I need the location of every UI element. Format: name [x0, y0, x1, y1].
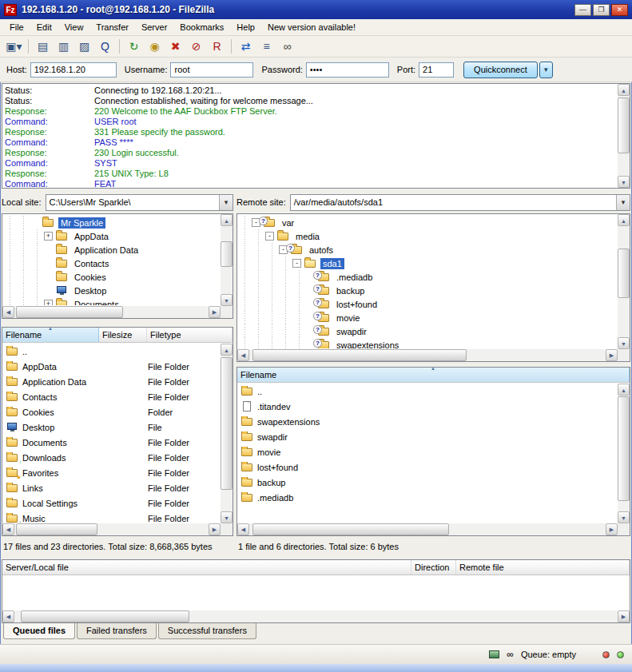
- directory-compare-button[interactable]: ⇄: [236, 38, 256, 56]
- file-row-cookies[interactable]: CookiesFolder: [3, 404, 220, 420]
- column-header-remote-file[interactable]: Remote file: [456, 560, 630, 575]
- scrollbar-thumb[interactable]: [618, 249, 630, 299]
- scrollbar-thumb[interactable]: [618, 97, 630, 153]
- username-input[interactable]: [170, 62, 253, 78]
- local-list-vertical-scrollbar[interactable]: [221, 344, 233, 523]
- scroll-left-button[interactable]: [2, 306, 14, 318]
- minimize-button[interactable]: —: [574, 4, 591, 16]
- scrollbar-track[interactable]: [14, 306, 209, 318]
- column-header-filesize[interactable]: Filesize: [99, 328, 147, 342]
- column-header-filename[interactable]: Filename: [237, 368, 630, 382]
- tab-failed-transfers[interactable]: Failed transfers: [77, 623, 157, 639]
- disconnect-button[interactable]: ⊘: [186, 38, 206, 56]
- tree-item-cookies[interactable]: Cookies: [3, 270, 220, 284]
- scroll-down-button[interactable]: [221, 511, 233, 523]
- scrollbar-track[interactable]: [618, 396, 630, 511]
- file-row-parent-dir[interactable]: ..: [238, 384, 617, 399]
- tree-item-desktop[interactable]: Desktop: [3, 284, 220, 297]
- toggle-queue-button[interactable]: Q: [95, 38, 115, 56]
- tree-item-application-data[interactable]: Application Data: [3, 243, 220, 256]
- column-header-server-local-file[interactable]: Server/Local file: [2, 560, 411, 575]
- local-list-horizontal-scrollbar[interactable]: [2, 523, 221, 535]
- scroll-right-button[interactable]: [209, 523, 221, 535]
- scrollbar-track[interactable]: [221, 356, 233, 511]
- menu-bookmarks[interactable]: Bookmarks: [173, 20, 230, 34]
- close-button[interactable]: ✕: [611, 4, 628, 16]
- host-input[interactable]: [30, 62, 117, 78]
- toggle-local-tree-button[interactable]: ▥: [54, 38, 74, 56]
- title-bar[interactable]: Fz 192.168.1.20 - root@192.168.1.20 - Fi…: [0, 0, 632, 19]
- dropdown-arrow-icon[interactable]: [616, 195, 630, 210]
- scrollbar-thumb[interactable]: [21, 610, 189, 622]
- remote-list-horizontal-scrollbar[interactable]: [237, 523, 618, 535]
- file-row-documents[interactable]: DocumentsFile Folder: [3, 435, 220, 450]
- file-row-downloads[interactable]: DownloadsFile Folder: [3, 450, 220, 465]
- scroll-right-button[interactable]: [618, 610, 630, 622]
- remote-tree-horizontal-scrollbar[interactable]: [237, 349, 618, 361]
- column-header-direction[interactable]: Direction: [411, 560, 456, 575]
- quickconnect-button[interactable]: Quickconnect: [463, 62, 538, 78]
- toggle-remote-tree-button[interactable]: ▨: [74, 38, 94, 56]
- scroll-left-button[interactable]: [2, 523, 14, 535]
- tree-item-swapdir[interactable]: swapdir: [238, 324, 617, 338]
- expand-toggle[interactable]: +: [44, 232, 53, 241]
- scroll-up-button[interactable]: [618, 214, 630, 226]
- scrollbar-track[interactable]: [14, 523, 209, 535]
- tree-item-sda1[interactable]: -sda1: [238, 256, 617, 270]
- tree-item-mr-sparkle[interactable]: Mr Sparkle: [3, 216, 220, 229]
- file-row-swapdir[interactable]: swapdir: [238, 429, 617, 444]
- scroll-left-button[interactable]: [237, 523, 249, 535]
- scrollbar-thumb[interactable]: [221, 241, 233, 267]
- menu-transfer[interactable]: Transfer: [89, 20, 135, 34]
- scrollbar-thumb[interactable]: [252, 349, 467, 361]
- reconnect-button[interactable]: R: [207, 38, 227, 56]
- remote-site-combo[interactable]: /var/media/autofs/sda1: [290, 194, 630, 211]
- scroll-down-button[interactable]: [618, 337, 630, 349]
- port-input[interactable]: [419, 62, 454, 78]
- scrollbar-thumb[interactable]: [618, 396, 630, 501]
- menu-edit[interactable]: Edit: [30, 20, 58, 34]
- tree-item-backup[interactable]: backup: [238, 284, 617, 297]
- tree-item-appdata[interactable]: +AppData: [3, 229, 220, 243]
- file-row-backup[interactable]: backup: [238, 475, 617, 490]
- scroll-up-button[interactable]: [618, 384, 630, 396]
- scrollbar-track[interactable]: [14, 610, 618, 622]
- scroll-right-button[interactable]: [606, 523, 618, 535]
- remote-tree-vertical-scrollbar[interactable]: [618, 214, 630, 349]
- file-row-favorites[interactable]: FavoritesFile Folder: [3, 465, 220, 480]
- maximize-button[interactable]: ❐: [593, 4, 610, 16]
- local-tree-vertical-scrollbar[interactable]: [221, 214, 233, 306]
- scroll-left-button[interactable]: [2, 610, 14, 622]
- scroll-down-button[interactable]: [618, 511, 630, 523]
- find-files-button[interactable]: ∞: [277, 38, 297, 56]
- tab-successful-transfers[interactable]: Successful transfers: [158, 623, 256, 639]
- tree-item-var[interactable]: -var: [238, 216, 617, 229]
- synchronized-browsing-button[interactable]: ≡: [256, 38, 276, 56]
- collapse-toggle[interactable]: -: [265, 232, 274, 241]
- cancel-button[interactable]: ✖: [165, 38, 185, 56]
- scrollbar-thumb[interactable]: [16, 306, 123, 318]
- tree-item-media[interactable]: -media: [238, 229, 617, 243]
- tree-item-swapextensions[interactable]: swapextensions: [238, 338, 617, 348]
- menu-file[interactable]: File: [3, 20, 30, 34]
- scroll-up-button[interactable]: [221, 214, 233, 226]
- file-row-lost-found[interactable]: lost+found: [238, 459, 617, 475]
- scrollbar-thumb[interactable]: [16, 523, 97, 535]
- scroll-right-button[interactable]: [209, 306, 221, 318]
- tree-item-autofs[interactable]: -autofs: [238, 243, 617, 256]
- file-row-movie[interactable]: movie: [238, 444, 617, 459]
- scroll-down-button[interactable]: [618, 176, 630, 188]
- scrollbar-thumb[interactable]: [252, 523, 448, 535]
- scrollbar-track[interactable]: [249, 523, 606, 535]
- scroll-up-button[interactable]: [618, 84, 630, 96]
- collapse-toggle[interactable]: -: [292, 259, 301, 268]
- local-site-combo[interactable]: C:\Users\Mr Sparkle\: [46, 194, 233, 211]
- tree-item-documents[interactable]: +Documents: [3, 297, 220, 305]
- scrollbar-thumb[interactable]: [221, 357, 233, 490]
- scrollbar-track[interactable]: [618, 96, 630, 176]
- file-row-titandev[interactable]: .titandev: [238, 399, 617, 414]
- tree-item-lost-found[interactable]: lost+found: [238, 297, 617, 311]
- expand-toggle[interactable]: +: [44, 300, 53, 305]
- column-header-filetype[interactable]: Filetype: [147, 328, 233, 342]
- scroll-down-button[interactable]: [221, 294, 233, 306]
